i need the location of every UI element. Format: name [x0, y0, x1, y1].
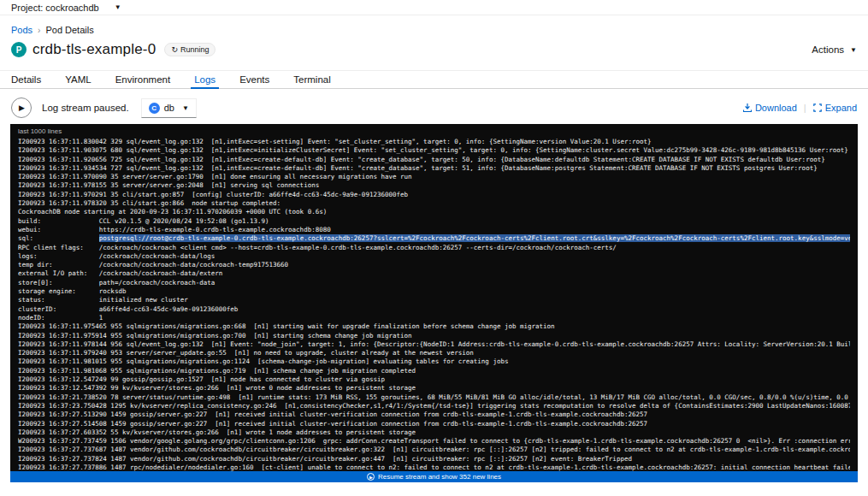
pod-icon: P	[11, 42, 27, 57]
log-line: external I/O path: /cockroach/cockroach-…	[18, 269, 850, 278]
log-line: I200923 16:37:27.737824 1487 vendor/gith…	[18, 455, 850, 464]
status-badge-label: Running	[180, 45, 210, 54]
status-badge: ↻ Running	[164, 43, 216, 56]
log-line: I200923 16:37:27.513290 1459 gossip/serv…	[18, 410, 850, 419]
log-line: I200923 16:37:23.750428 1295 kv/kvserver…	[18, 402, 850, 410]
log-line: I200923 16:37:11.978155 35 server/server…	[18, 181, 850, 190]
chevron-down-icon: ▼	[850, 46, 857, 54]
log-line: I200923 16:37:11.981015 955 sqlmigration…	[18, 357, 850, 366]
log-line: I200923 16:37:11.981068 955 sqlmigration…	[18, 367, 850, 375]
actions-label: Actions	[812, 44, 844, 55]
actions-dropdown[interactable]: Actions ▼	[812, 44, 857, 55]
download-label: Download	[755, 103, 797, 113]
log-lines-count-header: last 1000 lines	[18, 127, 850, 138]
log-line: I200923 16:37:11.830042 329 sql/event_lo…	[18, 138, 850, 146]
breadcrumb: Pods › Pod Details	[11, 25, 868, 35]
log-line: I200923 16:37:12.547392 99 kv/kvserver/s…	[18, 384, 850, 393]
breadcrumb-pods-link[interactable]: Pods	[11, 25, 32, 35]
tab-environment[interactable]: Environment	[115, 71, 171, 88]
log-line: webui: https://crdb-tls-example-0.crdb-t…	[18, 226, 850, 234]
log-line: sql: postgresql://root@crdb-tls-example-…	[18, 234, 850, 243]
container-icon: C	[149, 103, 160, 114]
log-line: RPC client flags: /cockroach/cockroach <…	[18, 244, 850, 252]
log-line: logs: /cockroach/cockroach-data/logs	[18, 252, 850, 261]
log-line: I200923 16:37:21.738520 78 server/status…	[18, 393, 850, 402]
expand-button[interactable]: Expand	[813, 103, 857, 113]
log-line: build: CCL v20.1.5 @ 2020/08/24 19:52:08…	[18, 217, 850, 226]
container-selector-value: db	[164, 103, 174, 113]
tab-terminal[interactable]: Terminal	[293, 71, 330, 88]
log-line: I200923 16:37:11.934534 727 sql/event_lo…	[18, 164, 850, 173]
masthead: Project: cockroachdb ▼	[0, 0, 868, 15]
log-scroll-area: last 1000 lines I200923 16:37:11.830042 …	[10, 124, 858, 472]
log-lines: I200923 16:37:11.830042 329 sql/event_lo…	[18, 138, 850, 472]
log-line: I200923 16:37:11.920656 725 sql/event_lo…	[18, 156, 850, 164]
log-line: I200923 16:37:12.547249 99 gossip/gossip…	[18, 375, 850, 384]
page-title: crdb-tls-example-0	[32, 41, 156, 58]
tab-bar: Details YAML Environment Logs Events Ter…	[0, 70, 868, 89]
log-line: I200923 16:37:27.737687 1487 vendor/gith…	[18, 446, 850, 454]
log-line: W200923 16:37:27.737459 1506 vendor/goog…	[18, 437, 850, 446]
expand-label: Expand	[825, 103, 857, 113]
log-line: CockroachDB node starting at 2020-09-23 …	[18, 208, 850, 216]
tab-yaml[interactable]: YAML	[65, 71, 91, 88]
log-line: storage engine: rocksdb	[18, 287, 850, 296]
page-header: P crdb-tls-example-0 ↻ Running Actions ▼	[11, 41, 857, 58]
project-selector[interactable]: Project: cockroachdb ▼	[11, 3, 121, 13]
log-line: store[0]: path=/cockroach/cockroach-data	[18, 279, 850, 287]
breadcrumb-current: Pod Details	[45, 25, 93, 35]
selected-log-text: postgresql://root@crdb-tls-example-0.crd…	[99, 234, 850, 242]
log-toolbar: ▶ Log stream paused. C db ▼ Download | E…	[11, 97, 857, 119]
download-button[interactable]: Download	[743, 103, 797, 113]
log-line: nodeID: 1	[18, 314, 850, 322]
chevron-down-icon: ▼	[182, 104, 189, 112]
resume-stream-button[interactable]: ▶	[11, 97, 32, 118]
log-line: clusterID: a66ffe4d-cc63-45dc-9a9e-09123…	[18, 305, 850, 314]
resume-stream-banner-label: Resume stream and show 352 new lines	[378, 473, 501, 481]
expand-icon	[813, 103, 822, 112]
play-icon: ▶	[19, 103, 25, 112]
log-line: I200923 16:37:11.979240 953 server/serve…	[18, 349, 850, 357]
log-line: I200923 16:37:11.978320 35 cli/start.go:…	[18, 199, 850, 208]
project-selector-label: Project: cockroachdb	[11, 3, 99, 13]
tab-logs[interactable]: Logs	[194, 71, 216, 88]
sync-icon: ↻	[171, 45, 178, 54]
tab-events[interactable]: Events	[239, 71, 269, 88]
resume-stream-banner[interactable]: ▶ Resume stream and show 352 new lines	[10, 471, 858, 482]
log-toolbar-right: Download | Expand	[743, 103, 857, 113]
log-line: status: initialized new cluster	[18, 296, 850, 304]
log-line: I200923 16:37:11.978144 956 sql/event_lo…	[18, 340, 850, 349]
log-line: I200923 16:37:11.970291 35 cli/start.go:…	[18, 191, 850, 199]
log-line: I200923 16:37:27.603352 55 kv/kvserver/s…	[18, 428, 850, 437]
play-circle-icon: ▶	[367, 473, 375, 481]
log-line: I200923 16:37:27.514508 1459 gossip/serv…	[18, 420, 850, 428]
log-line: I200923 16:37:11.975914 955 sqlmigration…	[18, 332, 850, 340]
container-selector[interactable]: C db ▼	[141, 98, 197, 118]
stream-status-text: Log stream paused.	[42, 103, 129, 113]
log-line: I200923 16:37:11.975465 955 sqlmigration…	[18, 322, 850, 331]
log-line: I200923 16:37:11.970090 35 server/server…	[18, 173, 850, 181]
log-viewer[interactable]: last 1000 lines I200923 16:37:11.830042 …	[10, 124, 858, 482]
chevron-down-icon: ▼	[115, 3, 121, 11]
log-line: I200923 16:37:11.903075 680 sql/event_lo…	[18, 146, 850, 155]
log-line: temp dir: /cockroach/cockroach-data/cock…	[18, 261, 850, 269]
toolbar-divider: |	[804, 103, 806, 113]
tab-details[interactable]: Details	[11, 71, 41, 88]
breadcrumb-separator: ›	[38, 26, 40, 35]
download-icon	[743, 103, 752, 112]
